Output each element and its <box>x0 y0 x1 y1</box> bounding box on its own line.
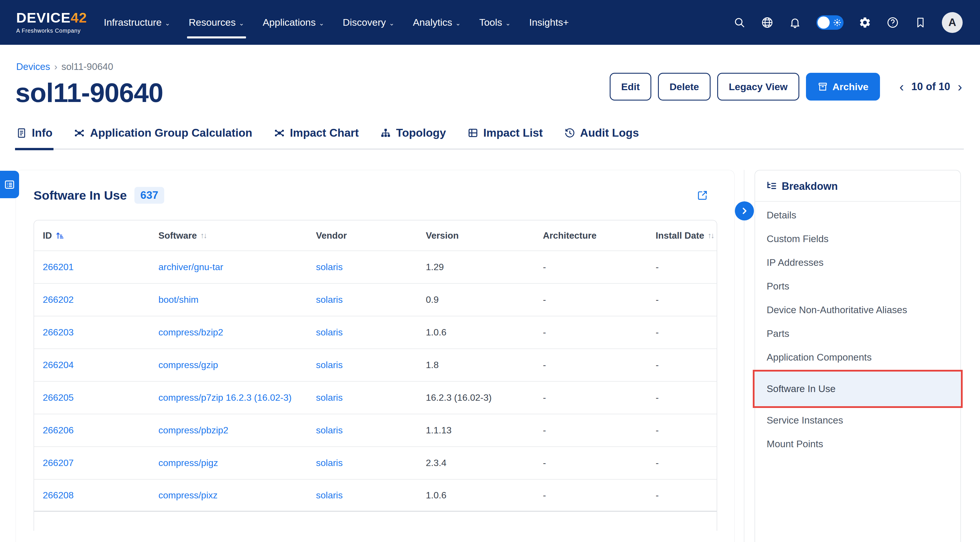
main-menu: Infrastructure⌄ Resources⌄ Applications⌄… <box>104 0 569 45</box>
column-header-install-date[interactable]: Install Date ↑↓ <box>655 230 717 241</box>
cell-software-link[interactable]: boot/shim <box>158 295 316 305</box>
sidebar-item-ip-addresses[interactable]: IP Addresses <box>755 251 960 274</box>
menu-insights[interactable]: Insights+ <box>529 0 569 45</box>
chevron-down-icon: ⌄ <box>319 20 324 27</box>
avatar[interactable]: A <box>942 12 963 33</box>
sort-updown-icon[interactable]: ↑↓ <box>200 231 207 240</box>
sidebar-item-application-components[interactable]: Application Components <box>755 345 960 369</box>
sidebar-item-device-non-authoritative-aliases[interactable]: Device Non-Authoritative Aliases <box>755 298 960 322</box>
cell-software-link[interactable]: compress/pigz <box>158 458 316 468</box>
menu-discovery[interactable]: Discovery⌄ <box>342 0 394 45</box>
sidebar-item-software-in-use[interactable]: Software In Use <box>753 370 963 408</box>
menu-resources[interactable]: Resources⌄ <box>189 0 244 45</box>
breadcrumb-devices-link[interactable]: Devices <box>16 61 50 72</box>
cell-install-date: - <box>655 262 717 273</box>
cell-vendor-link[interactable]: solaris <box>316 392 426 403</box>
breadcrumb-separator: › <box>54 61 57 72</box>
tab-impact-list[interactable]: Impact List <box>466 124 544 150</box>
menu-analytics[interactable]: Analytics⌄ <box>413 0 461 45</box>
cell-software-link[interactable]: compress/pbzip2 <box>158 425 316 436</box>
sidebar-item-custom-fields[interactable]: Custom Fields <box>755 227 960 251</box>
search-icon[interactable] <box>733 16 746 29</box>
table-row: 266201 archiver/gnu-tar solaris 1.29 - - <box>34 250 717 283</box>
column-header-architecture[interactable]: Architecture <box>543 230 655 241</box>
cell-version: 1.1.13 <box>426 425 543 436</box>
tab-audit-logs[interactable]: Audit Logs <box>563 124 640 150</box>
tab-topology[interactable]: Topology <box>379 124 447 150</box>
cell-id-link[interactable]: 266201 <box>43 262 158 273</box>
column-header-vendor[interactable]: Vendor <box>316 230 426 241</box>
node-cluster-icon <box>274 127 285 139</box>
tab-impact-chart[interactable]: Impact Chart <box>273 124 360 150</box>
menu-tools[interactable]: Tools⌄ <box>479 0 511 45</box>
node-cluster-icon <box>74 127 85 139</box>
cell-install-date: - <box>655 458 717 468</box>
device42-logo[interactable]: DEVICE42 A Freshworks Company <box>16 11 87 34</box>
tab-info[interactable]: Info <box>15 124 54 150</box>
cell-install-date: - <box>655 295 717 305</box>
tab-application-group-calculation[interactable]: Application Group Calculation <box>73 124 253 150</box>
column-header-version[interactable]: Version <box>426 230 543 241</box>
cell-software-link[interactable]: archiver/gnu-tar <box>158 262 316 273</box>
breakdown-list: Details Custom Fields IP Addresses Ports… <box>755 202 960 456</box>
bookmark-icon[interactable] <box>914 16 927 29</box>
cell-id-link[interactable]: 266202 <box>43 295 158 305</box>
breadcrumb: Devices › sol11-90640 <box>16 61 113 72</box>
notifications-icon[interactable] <box>789 16 801 29</box>
column-header-software[interactable]: Software ↑↓ <box>158 230 316 241</box>
cell-id-link[interactable]: 266206 <box>43 425 158 436</box>
cell-vendor-link[interactable]: solaris <box>316 262 426 273</box>
cell-vendor-link[interactable]: solaris <box>316 425 426 436</box>
cell-vendor-link[interactable]: solaris <box>316 490 426 501</box>
sidebar-item-ports[interactable]: Ports <box>755 274 960 298</box>
cell-architecture: - <box>543 392 655 403</box>
settings-icon[interactable] <box>859 16 871 29</box>
breakdown-header: Breakdown <box>755 170 960 202</box>
cell-software-link[interactable]: compress/pixz <box>158 490 316 501</box>
cell-vendor-link[interactable]: solaris <box>316 327 426 338</box>
cell-install-date: - <box>655 327 717 338</box>
sidebar-item-details[interactable]: Details <box>755 203 960 227</box>
cell-id-link[interactable]: 266208 <box>43 490 158 501</box>
sidebar-item-service-instances[interactable]: Service Instances <box>755 409 960 432</box>
cell-version: 1.29 <box>426 262 543 273</box>
cell-install-date: - <box>655 392 717 403</box>
cell-id-link[interactable]: 266205 <box>43 392 158 403</box>
menu-applications[interactable]: Applications⌄ <box>263 0 325 45</box>
cell-version: 2.3.4 <box>426 458 543 468</box>
delete-button[interactable]: Delete <box>658 73 711 101</box>
legacy-view-button[interactable]: Legacy View <box>717 73 799 101</box>
table-row: 266206 compress/pbzip2 solaris 1.1.13 - … <box>34 414 717 446</box>
globe-icon[interactable] <box>761 16 773 29</box>
logo-tagline: A Freshworks Company <box>16 27 87 34</box>
sidebar-item-mount-points[interactable]: Mount Points <box>755 432 960 456</box>
column-header-id[interactable]: ID <box>43 230 158 241</box>
side-panel-flag-button[interactable] <box>0 171 19 198</box>
menu-infrastructure[interactable]: Infrastructure⌄ <box>104 0 170 45</box>
sidebar-item-parts[interactable]: Parts <box>755 322 960 345</box>
collapse-panel-button[interactable] <box>735 201 754 220</box>
cell-vendor-link[interactable]: solaris <box>316 360 426 370</box>
cell-software-link[interactable]: compress/gzip <box>158 360 316 370</box>
cell-id-link[interactable]: 266203 <box>43 327 158 338</box>
breadcrumb-current: sol11-90640 <box>61 61 113 72</box>
edit-button[interactable]: Edit <box>610 73 651 101</box>
help-icon[interactable] <box>886 16 899 29</box>
pager-next-icon[interactable]: › <box>958 80 962 94</box>
sort-ascending-icon[interactable] <box>56 231 64 240</box>
table-row: 266207 compress/pigz solaris 2.3.4 - - <box>34 446 717 479</box>
software-in-use-card: Software In Use 637 ID Software ↑↓ Vendo… <box>16 170 735 542</box>
pager-prev-icon[interactable]: ‹ <box>899 80 904 94</box>
logo-wordmark: DEVICE42 <box>16 11 87 25</box>
archive-button[interactable]: Archive <box>806 73 880 101</box>
cell-vendor-link[interactable]: solaris <box>316 295 426 305</box>
sun-icon <box>834 19 841 27</box>
sort-updown-icon[interactable]: ↑↓ <box>708 231 714 240</box>
cell-software-link[interactable]: compress/bzip2 <box>158 327 316 338</box>
cell-id-link[interactable]: 266207 <box>43 458 158 468</box>
external-link-icon[interactable] <box>697 190 708 201</box>
cell-vendor-link[interactable]: solaris <box>316 458 426 468</box>
cell-id-link[interactable]: 266204 <box>43 360 158 370</box>
theme-toggle[interactable] <box>816 15 843 30</box>
cell-software-link[interactable]: compress/p7zip 16.2.3 (16.02-3) <box>158 392 316 403</box>
